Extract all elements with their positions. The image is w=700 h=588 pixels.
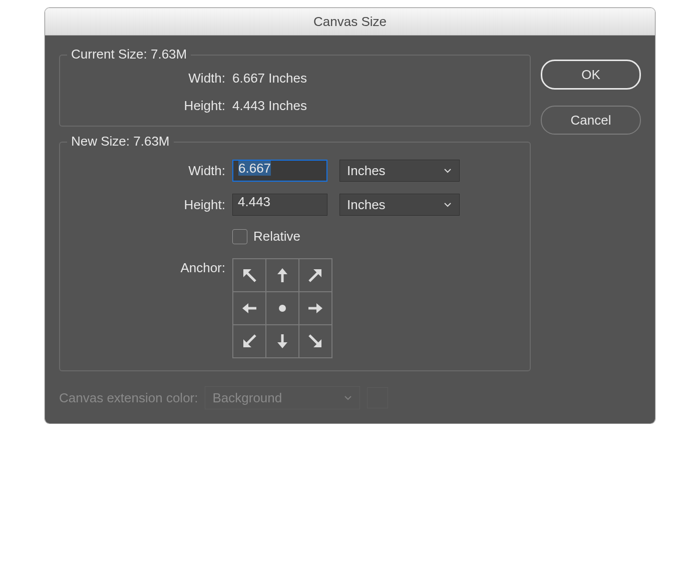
- cancel-button-label: Cancel: [571, 113, 611, 128]
- chevron-down-icon: [343, 393, 353, 402]
- height-input[interactable]: 4.443: [232, 194, 327, 216]
- current-height-label: Height:: [70, 98, 232, 114]
- new-size-group: New Size: 7.63M Width: 6.667 Inches: [59, 142, 531, 371]
- svg-point-8: [279, 305, 286, 312]
- anchor-nw[interactable]: [233, 259, 266, 292]
- width-input[interactable]: 6.667: [232, 160, 327, 182]
- width-unit-value: Inches: [347, 163, 386, 179]
- extension-color-row: Canvas extension color: Background: [59, 386, 531, 409]
- chevron-down-icon: [443, 200, 452, 209]
- cancel-button[interactable]: Cancel: [541, 106, 641, 135]
- anchor-w[interactable]: [233, 292, 266, 325]
- anchor-label: Anchor:: [70, 258, 232, 276]
- current-width-label: Width:: [70, 71, 232, 86]
- current-height-value: 4.443 Inches: [232, 98, 307, 114]
- canvas-size-dialog: Canvas Size Current Size: 7.63M Width: 6…: [45, 8, 655, 424]
- anchor-ne[interactable]: [299, 259, 332, 292]
- anchor-center[interactable]: [266, 292, 299, 325]
- svg-line-12: [245, 335, 255, 345]
- width-unit-dropdown[interactable]: Inches: [339, 160, 460, 182]
- extension-color-label: Canvas extension color:: [59, 390, 198, 406]
- dialog-title: Canvas Size: [45, 8, 655, 36]
- new-size-legend: New Size: 7.63M: [67, 134, 174, 149]
- ok-button-label: OK: [581, 67, 600, 83]
- new-width-label: Width:: [70, 163, 232, 179]
- anchor-s[interactable]: [266, 325, 299, 358]
- height-unit-dropdown[interactable]: Inches: [339, 194, 460, 216]
- anchor-e[interactable]: [299, 292, 332, 325]
- chevron-down-icon: [443, 166, 452, 175]
- height-unit-value: Inches: [347, 197, 386, 213]
- extension-color-value: Background: [212, 390, 282, 406]
- current-width-value: 6.667 Inches: [232, 71, 307, 86]
- width-input-value: 6.667: [238, 161, 271, 176]
- relative-checkbox[interactable]: [232, 229, 247, 244]
- current-size-legend: Current Size: 7.63M: [67, 47, 191, 62]
- svg-line-5: [309, 271, 319, 281]
- svg-line-16: [309, 335, 319, 345]
- anchor-n[interactable]: [266, 259, 299, 292]
- anchor-grid: [232, 258, 332, 358]
- svg-line-1: [245, 271, 255, 281]
- extension-color-swatch: [367, 387, 388, 408]
- ok-button[interactable]: OK: [541, 60, 641, 90]
- current-size-group: Current Size: 7.63M Width: 6.667 Inches …: [59, 55, 531, 127]
- anchor-sw[interactable]: [233, 325, 266, 358]
- relative-label: Relative: [253, 229, 300, 244]
- extension-color-dropdown: Background: [205, 386, 360, 409]
- anchor-se[interactable]: [299, 325, 332, 358]
- height-input-value: 4.443: [238, 194, 270, 209]
- new-height-label: Height:: [70, 197, 232, 213]
